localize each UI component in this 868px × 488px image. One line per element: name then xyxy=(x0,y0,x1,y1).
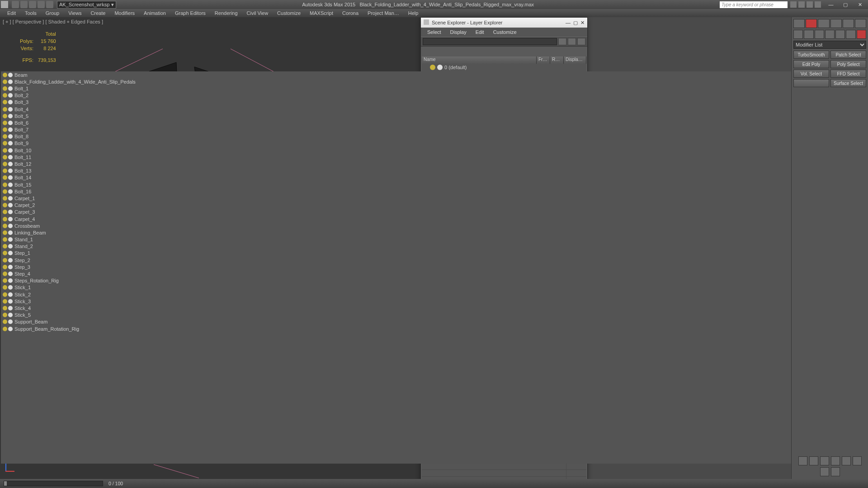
modifier-list-dropdown[interactable]: Modifier List xyxy=(793,41,866,49)
object-row[interactable]: Bolt_4272 xyxy=(1,106,867,113)
object-row[interactable]: Step_11312 xyxy=(1,250,867,257)
subtab-5-icon[interactable] xyxy=(835,30,845,39)
modifier-patchselect[interactable]: Patch Select xyxy=(830,51,866,59)
modifier-blank[interactable] xyxy=(793,79,829,87)
create-tab-icon[interactable] xyxy=(793,19,805,28)
menu-tools[interactable]: Tools xyxy=(20,9,41,17)
select-from-scene-list[interactable]: Beam2216Black_Folding_Ladder_with_4_Wide… xyxy=(1,71,867,464)
modifier-surfaceselect[interactable]: Surface Select xyxy=(830,79,866,87)
object-row[interactable]: Carpet_4224 xyxy=(1,216,867,222)
object-row[interactable]: Black_Folding_Ladder_with_4_Wide_Anti_Sl… xyxy=(1,78,867,85)
subtab-3-icon[interactable] xyxy=(815,30,824,39)
subtab-2-icon[interactable] xyxy=(804,30,813,39)
modifier-editpoly[interactable]: Edit Poly xyxy=(793,60,829,68)
object-row[interactable]: Carpet_3224 xyxy=(1,209,867,216)
layer-row[interactable]: 0 (default) xyxy=(422,64,586,70)
motion-tab-icon[interactable] xyxy=(830,19,842,28)
viewport-label[interactable]: [ + ] [ Perspective ] [ Shaded + Edged F… xyxy=(3,19,103,24)
nav-6-icon[interactable] xyxy=(853,456,862,465)
object-row[interactable]: Stick_136 xyxy=(1,284,867,291)
se-menu-edit[interactable]: Edit xyxy=(471,28,489,36)
modify-tab-icon[interactable] xyxy=(806,19,817,28)
scene-explorer-columns[interactable]: Name Fr… R… Displa… xyxy=(422,56,586,64)
star-icon[interactable] xyxy=(807,1,813,8)
minimize-button[interactable]: — xyxy=(824,0,838,9)
object-row[interactable]: Bolt_10272 xyxy=(1,147,867,154)
subtab-4-icon[interactable] xyxy=(825,30,835,39)
nav-4-icon[interactable] xyxy=(831,456,840,465)
help-icon[interactable] xyxy=(815,1,821,8)
object-row[interactable]: Bolt_9272 xyxy=(1,140,867,147)
menu-customize[interactable]: Customize xyxy=(273,9,305,17)
object-row[interactable]: Linking_Beam912 xyxy=(1,229,867,236)
object-row[interactable]: Step_41312 xyxy=(1,270,867,277)
workspace-selector[interactable]: AK_Screenshot_wrksp ▾ xyxy=(57,1,116,9)
minimize-button[interactable]: — xyxy=(566,20,571,25)
object-row[interactable]: Carpet_1224 xyxy=(1,195,867,202)
nav-1-icon[interactable] xyxy=(798,456,807,465)
subtab-7-icon[interactable] xyxy=(857,30,866,39)
se-menu-customize[interactable]: Customize xyxy=(489,28,521,36)
object-row[interactable]: Step_21312 xyxy=(1,257,867,263)
modifier-turbosmooth[interactable]: TurboSmooth xyxy=(793,51,829,59)
object-row[interactable]: Bolt_12272 xyxy=(1,160,867,167)
object-row[interactable]: Bolt_14272 xyxy=(1,174,867,181)
object-row[interactable]: Support_Beam_Rotation_Rig0 xyxy=(1,325,867,332)
close-button[interactable]: ✕ xyxy=(580,20,585,26)
menu-grapheditors[interactable]: Graph Editors xyxy=(170,9,210,17)
menu-edit[interactable]: Edit xyxy=(3,9,20,17)
menu-maxscript[interactable]: MAXScript xyxy=(305,9,338,17)
nav-5-icon[interactable] xyxy=(842,456,851,465)
layer-color-icon[interactable] xyxy=(577,38,585,45)
object-row[interactable]: Stand_2320 xyxy=(1,243,867,250)
object-row[interactable]: Stand_1448 xyxy=(1,236,867,243)
menu-views[interactable]: Views xyxy=(64,9,86,17)
subtab-1-icon[interactable] xyxy=(793,30,803,39)
qat-save-icon[interactable] xyxy=(29,1,36,8)
qat-open-icon[interactable] xyxy=(20,1,28,8)
menu-projectman[interactable]: Project Man… xyxy=(363,9,404,17)
maximize-button[interactable]: ▢ xyxy=(838,0,853,9)
object-row[interactable]: Bolt_6272 xyxy=(1,119,867,126)
modifier-polyselect[interactable]: Poly Select xyxy=(830,60,866,68)
maximize-button[interactable]: ▢ xyxy=(573,20,578,26)
nav-7-icon[interactable] xyxy=(820,467,829,476)
object-row[interactable]: Bolt_5272 xyxy=(1,113,867,119)
menu-modifiers[interactable]: Modifiers xyxy=(110,9,139,17)
qat-new-icon[interactable] xyxy=(12,1,19,8)
object-row[interactable]: Bolt_3272 xyxy=(1,99,867,106)
object-row[interactable]: Stick_536 xyxy=(1,312,867,319)
se-menu-display[interactable]: Display xyxy=(446,28,471,36)
object-row[interactable]: Step_31312 xyxy=(1,263,867,270)
scene-explorer-filter-input[interactable] xyxy=(423,38,557,45)
object-row[interactable]: Bolt_13272 xyxy=(1,168,867,174)
menu-animation[interactable]: Animation xyxy=(139,9,170,17)
menu-rendering[interactable]: Rendering xyxy=(210,9,242,17)
menu-civilview[interactable]: Civil View xyxy=(242,9,273,17)
menu-corona[interactable]: Corona xyxy=(338,9,363,17)
help-search-input[interactable]: Type a keyword or phrase xyxy=(720,1,788,8)
menu-create[interactable]: Create xyxy=(86,9,110,17)
object-row[interactable]: Bolt_11272 xyxy=(1,154,867,160)
object-row[interactable]: Bolt_8272 xyxy=(1,133,867,140)
filter-options-icon[interactable] xyxy=(568,38,576,45)
nav-8-icon[interactable] xyxy=(831,467,840,476)
object-row[interactable]: Stick_336 xyxy=(1,298,867,305)
hierarchy-tab-icon[interactable] xyxy=(818,19,829,28)
se-menu-select[interactable]: Select xyxy=(423,28,446,36)
utilities-tab-icon[interactable] xyxy=(855,19,866,28)
menu-help[interactable]: Help xyxy=(404,9,423,17)
object-row[interactable]: Stick_236 xyxy=(1,291,867,298)
object-row[interactable]: Bolt_7272 xyxy=(1,127,867,133)
object-row[interactable]: Stick_436 xyxy=(1,305,867,311)
app-logo-icon[interactable] xyxy=(1,1,8,8)
subtab-6-icon[interactable] xyxy=(846,30,855,39)
object-row[interactable]: Bolt_1272 xyxy=(1,85,867,92)
modifier-ffdselect[interactable]: FFD Select xyxy=(830,70,866,78)
qat-redo-icon[interactable] xyxy=(46,1,53,8)
object-row[interactable]: Bolt_2272 xyxy=(1,92,867,99)
object-row[interactable]: Bolt_15272 xyxy=(1,181,867,188)
display-tab-icon[interactable] xyxy=(843,19,854,28)
modifier-volselect[interactable]: Vol. Select xyxy=(793,70,829,78)
qat-undo-icon[interactable] xyxy=(38,1,45,8)
